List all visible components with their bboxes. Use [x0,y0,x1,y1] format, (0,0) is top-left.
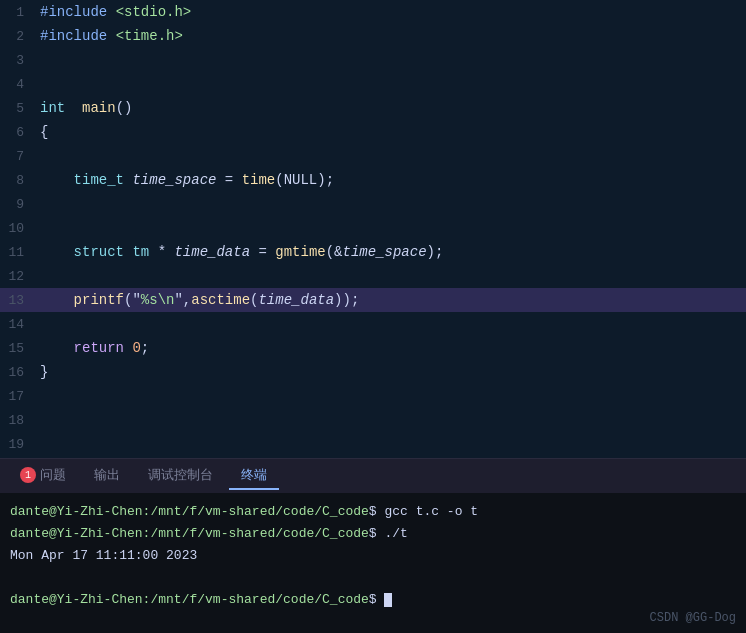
line-number: 2 [0,29,40,44]
line-number: 3 [0,53,40,68]
line-number: 10 [0,221,40,236]
line-content: time_t time_space = time(NULL); [40,172,746,188]
line-content: printf("%s\n",asctime(time_data)); [40,292,746,308]
code-line: 9 [0,192,746,216]
line-number: 4 [0,77,40,92]
code-line: 6{ [0,120,746,144]
watermark: CSDN @GG-Dog [650,611,736,625]
code-line: 16} [0,360,746,384]
line-number: 12 [0,269,40,284]
code-editor: 1#include <stdio.h>2#include <time.h>345… [0,0,746,458]
line-content: #include <time.h> [40,28,746,44]
line-number: 18 [0,413,40,428]
code-line: 2#include <time.h> [0,24,746,48]
terminal-tabs: 1问题输出调试控制台终端 [0,458,746,493]
code-line: 18 [0,408,746,432]
code-line: 4 [0,72,746,96]
code-line: 11 struct tm * time_data = gmtime(&time_… [0,240,746,264]
line-number: 14 [0,317,40,332]
terminal-body[interactable]: dante@Yi-Zhi-Chen:/mnt/f/vm-shared/code/… [0,493,746,633]
code-line: 17 [0,384,746,408]
line-number: 6 [0,125,40,140]
code-line: 10 [0,216,746,240]
line-number: 19 [0,437,40,452]
line-number: 17 [0,389,40,404]
line-number: 16 [0,365,40,380]
code-line: 3 [0,48,746,72]
line-content: struct tm * time_data = gmtime(&time_spa… [40,244,746,260]
terminal-line: dante@Yi-Zhi-Chen:/mnt/f/vm-shared/code/… [10,589,736,611]
terminal-prompt: dante@Yi-Zhi-Chen:/mnt/f/vm-shared/code/… [10,504,369,519]
line-content: } [40,364,746,380]
line-content: return 0; [40,340,746,356]
line-content: #include <stdio.h> [40,4,746,20]
terminal-line: dante@Yi-Zhi-Chen:/mnt/f/vm-shared/code/… [10,523,736,545]
terminal-line: Mon Apr 17 11:11:00 2023 [10,545,736,567]
terminal-prompt: dante@Yi-Zhi-Chen:/mnt/f/vm-shared/code/… [10,526,369,541]
code-line: 1#include <stdio.h> [0,0,746,24]
code-line: 7 [0,144,746,168]
code-line: 8 time_t time_space = time(NULL); [0,168,746,192]
line-number: 7 [0,149,40,164]
line-number: 13 [0,293,40,308]
tab-item-输出[interactable]: 输出 [82,462,132,490]
code-line: 19 [0,432,746,456]
line-number: 8 [0,173,40,188]
terminal-command: $ [369,592,385,607]
terminal-command: $ ./t [369,526,408,541]
line-number: 15 [0,341,40,356]
code-line: 5int main() [0,96,746,120]
tab-item-调试控制台[interactable]: 调试控制台 [136,462,225,490]
code-line: 12 [0,264,746,288]
code-line: 15 return 0; [0,336,746,360]
code-line: 14 [0,312,746,336]
code-line: 13 printf("%s\n",asctime(time_data)); [0,288,746,312]
term-empty-line [10,567,736,589]
terminal-line: dante@Yi-Zhi-Chen:/mnt/f/vm-shared/code/… [10,501,736,523]
line-number: 11 [0,245,40,260]
terminal-command: $ gcc t.c -o t [369,504,478,519]
line-number: 1 [0,5,40,20]
tab-item-终端[interactable]: 终端 [229,462,279,490]
terminal-cursor [384,593,392,607]
line-content: { [40,124,746,140]
line-number: 5 [0,101,40,116]
terminal-prompt: dante@Yi-Zhi-Chen:/mnt/f/vm-shared/code/… [10,592,369,607]
line-number: 9 [0,197,40,212]
tab-item-问题[interactable]: 1问题 [8,462,78,490]
terminal-output: Mon Apr 17 11:11:00 2023 [10,548,197,563]
line-content: int main() [40,100,746,116]
